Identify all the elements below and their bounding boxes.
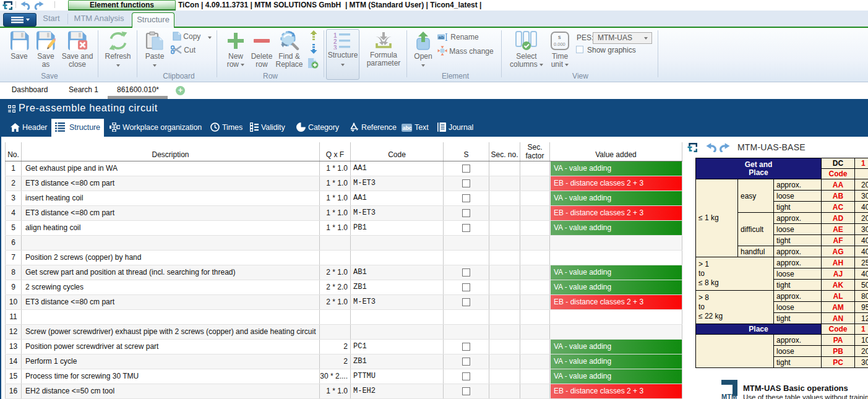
svg-text:3: 3 [333, 45, 337, 49]
svg-text:abc: abc [403, 125, 412, 131]
svg-text:0.000: 0.000 [554, 41, 565, 47]
svg-text:ab: ab [439, 35, 444, 40]
svg-text:s: s [558, 34, 561, 40]
svg-text:MTM: MTM [721, 393, 737, 399]
